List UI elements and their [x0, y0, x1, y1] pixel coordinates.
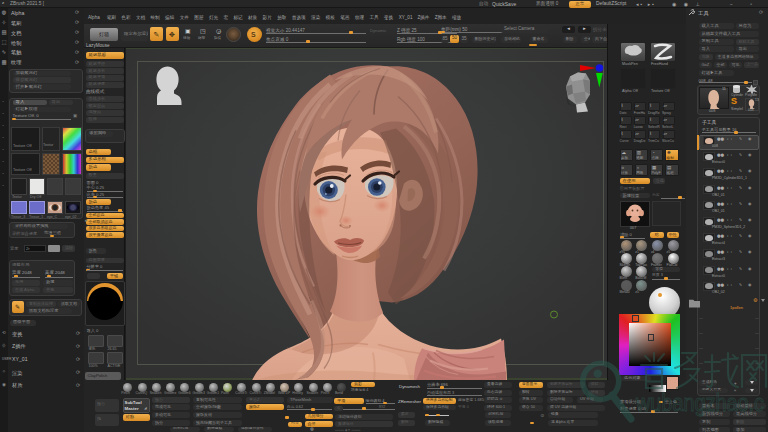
svg-text:wubangzhao.c: wubangzhao.c [635, 390, 764, 416]
